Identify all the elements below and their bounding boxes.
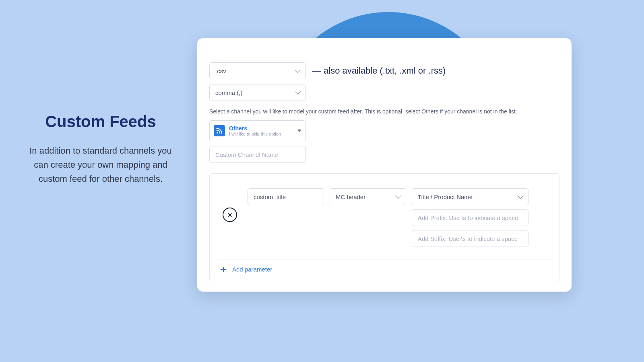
channel-select-title: Others [229, 125, 293, 132]
chevron-down-icon [295, 67, 301, 73]
mapping-value-select[interactable]: Title / Product Name [412, 188, 528, 205]
filetype-note: — also available (.txt, .xml or .rss) [312, 66, 446, 76]
caret-down-icon [297, 130, 301, 132]
chevron-down-icon [518, 193, 523, 199]
channel-select-subtitle: I will like to skip this option [229, 132, 293, 137]
delimiter-select[interactable]: comma (,) [209, 84, 306, 101]
remove-mapping-button[interactable]: ✕ [223, 208, 237, 222]
mapping-prefix-input[interactable] [412, 209, 528, 226]
filetype-select[interactable]: .csv [209, 62, 306, 79]
mapping-field-name-input[interactable] [248, 188, 324, 205]
add-parameter-label: Add parameter [232, 266, 272, 273]
mapping-zone: ✕ MC header Title / Product Name Add par… [209, 173, 559, 281]
channel-select-texts: Others I will like to skip this option [229, 125, 293, 137]
plus-icon [220, 266, 227, 273]
rss-icon [214, 125, 225, 136]
mapping-suffix-input[interactable] [412, 230, 528, 247]
side-title: Custom Feeds [24, 113, 177, 131]
channel-helper-text: Select a channel you will like to model … [209, 108, 559, 115]
mapping-value-label: Title / Product Name [418, 193, 518, 200]
chevron-down-icon [395, 193, 401, 199]
add-parameter-button[interactable]: Add parameter [218, 259, 551, 273]
side-description: In addition to standard channels you can… [24, 144, 177, 186]
filetype-selected-label: .csv [215, 68, 296, 74]
svg-point-0 [217, 132, 218, 134]
custom-channel-name-input[interactable] [209, 146, 306, 163]
chevron-down-icon [295, 89, 301, 95]
channel-model-select[interactable]: Others I will like to skip this option [209, 120, 306, 141]
side-panel: Custom Feeds In addition to standard cha… [24, 113, 177, 186]
close-icon: ✕ [227, 212, 233, 218]
mapping-header-label: MC header [336, 193, 396, 200]
settings-card: .csv — also available (.txt, .xml or .rs… [197, 38, 572, 292]
mapping-row: ✕ MC header Title / Product Name [218, 188, 551, 247]
delimiter-selected-label: comma (,) [215, 89, 296, 96]
mapping-header-select[interactable]: MC header [330, 188, 406, 205]
